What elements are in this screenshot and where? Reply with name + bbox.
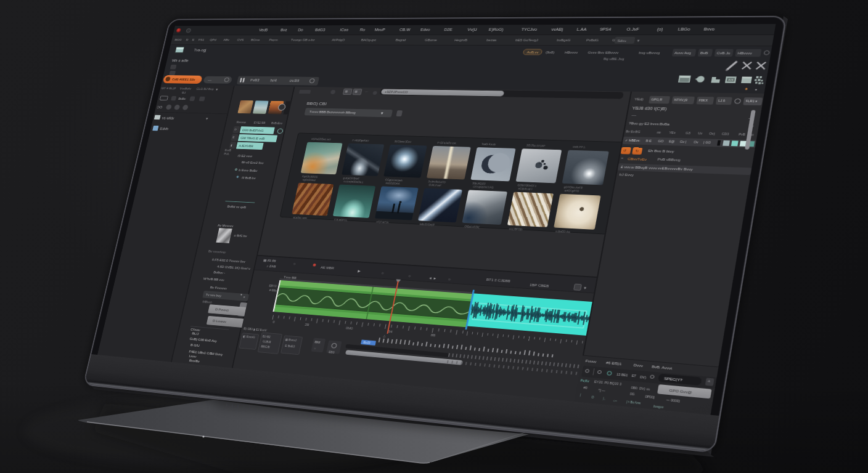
svg-text:0: 0	[272, 320, 276, 324]
svg-text:0M0: 0M0	[345, 326, 353, 331]
svg-text:8B: 8B	[430, 333, 436, 337]
svg-text:2B: 2B	[305, 323, 309, 326]
